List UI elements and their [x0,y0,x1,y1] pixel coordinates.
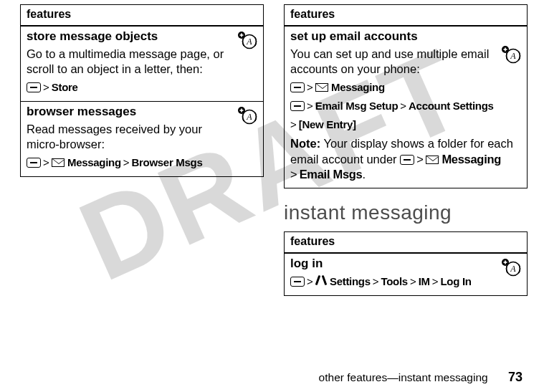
nav-item: Settings [330,275,371,287]
nav-path-line3: >[New Entry] [290,117,521,133]
nav-item: Store [52,81,78,93]
nav-item: Messaging [442,153,501,166]
envelope-icon [315,83,328,92]
note-period: . [362,168,366,181]
nav-item: IM [419,275,430,287]
menu-key-icon [290,277,305,287]
svg-text:A: A [246,112,252,122]
menu-key-icon [27,82,41,92]
nav-path-line2: >Email Msg Setup>Account Settings [290,98,521,114]
nav-item: Log In [440,275,471,287]
nav-item: [New Entry] [299,118,356,130]
nav-item: Messaging [331,81,385,93]
network-icon: A [501,45,522,64]
menu-key-icon [27,158,41,168]
table-header: features [21,5,263,26]
envelope-icon [426,156,439,164]
nav-path: > Settings>Tools>IM>Log In [290,274,521,290]
network-icon: A [237,31,259,49]
nav-item: Tools [381,275,407,287]
two-column-layout: features A store message objects Go to a… [0,0,544,296]
note-label: Note: [290,137,320,150]
svg-text:A: A [510,264,516,274]
section-body: Read messages received by your micro-bro… [27,122,257,152]
section-login: A log in > Settings>Tools>IM>Log In [285,253,527,295]
section-title: browser messages [27,105,257,119]
svg-text:A: A [246,37,252,47]
menu-key-icon [290,82,305,92]
section-title: store message objects [27,29,257,44]
right-features-table: features A set up email accounts You can… [284,4,528,188]
nav-item: Browser Msgs [132,156,203,168]
envelope-icon [52,158,65,167]
nav-path: >Store [27,80,257,95]
nav-item: Email Msg Setup [315,100,399,112]
tools-icon [315,275,327,287]
network-icon: A [501,258,522,277]
section-browser-messages: A browser messages Read messages receive… [21,101,263,176]
page-number: 73 [508,370,522,384]
table-header: features [285,232,527,253]
menu-key-icon [290,101,305,111]
table-header: features [285,5,527,26]
nav-item: Email Msgs [300,168,363,181]
network-icon: A [237,106,259,125]
footer-text: other features—instant messaging [319,371,488,383]
nav-path-line1: > Messaging [290,80,521,95]
right-column: features A set up email accounts You can… [284,4,528,296]
nav-path: > Messaging>Browser Msgs [27,155,257,171]
section-body: You can set up and use multiple email ac… [290,47,521,77]
nav-item: Account Settings [409,100,494,112]
section-title: set up email accounts [290,29,521,44]
section-title: log in [290,257,521,271]
page-footer: other features—instant messaging 73 [319,370,522,385]
svg-text:A: A [510,51,516,61]
section-heading: instant messaging [284,201,528,224]
note-text: Note: Your display shows a folder for ea… [290,136,521,181]
im-features-table: features A log in > Settings>Tools>IM>Lo… [284,231,528,296]
nav-item: Messaging [67,156,121,168]
left-features-table: features A store message objects Go to a… [20,4,264,177]
left-column: features A store message objects Go to a… [20,4,264,296]
section-store-message-objects: A store message objects Go to a multimed… [21,26,263,101]
section-body: Go to a multimedia message page, or scro… [27,47,257,77]
menu-key-icon [400,155,414,165]
section-setup-email: A set up email accounts You can set up a… [285,26,527,188]
